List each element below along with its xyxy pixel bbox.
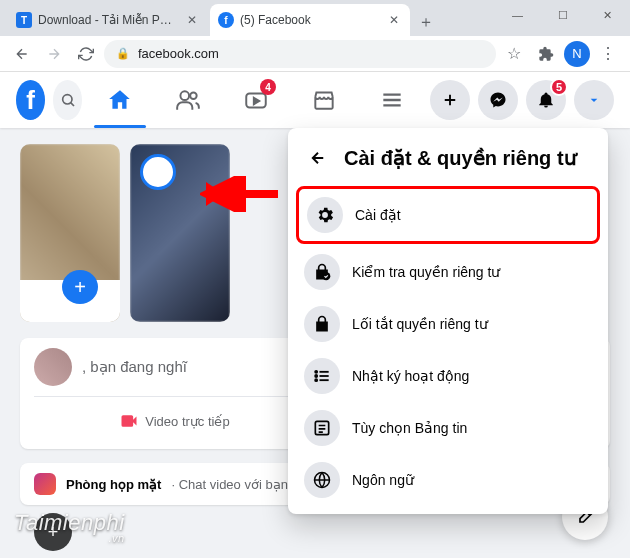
instruction-arrow — [200, 176, 280, 212]
dropdown-label-3: Nhật ký hoạt động — [352, 368, 469, 384]
feed-icon — [304, 410, 340, 446]
browser-menu-icon[interactable]: ⋮ — [594, 40, 622, 68]
globe-icon — [304, 462, 340, 498]
fb-messenger-button[interactable] — [478, 80, 518, 120]
rooms-subtitle: · Chat video với bạn bè — [171, 477, 306, 492]
rooms-title: Phòng họp mặt — [66, 477, 161, 492]
dropdown-label-4: Tùy chọn Bảng tin — [352, 420, 467, 436]
fb-notifications-button[interactable]: 5 — [526, 80, 566, 120]
tab-favicon-1: f — [218, 12, 234, 28]
dropdown-label-1: Kiểm tra quyền riêng tư — [352, 264, 500, 280]
composer-live-video[interactable]: Video trực tiếp — [34, 403, 315, 439]
svg-point-1 — [180, 91, 189, 100]
fb-top-nav: f 4 5 — [0, 72, 630, 128]
live-video-label: Video trực tiếp — [145, 414, 229, 429]
story-item-1[interactable] — [130, 144, 230, 322]
lock-icon: 🔒 — [116, 47, 130, 60]
plus-icon: + — [62, 270, 98, 304]
tab-title-1: (5) Facebook — [240, 13, 380, 27]
list-icon — [304, 358, 340, 394]
window-maximize[interactable]: ☐ — [540, 0, 585, 30]
story-create[interactable]: + — [20, 144, 120, 322]
dropdown-label-0: Cài đặt — [355, 207, 401, 223]
composer-prompt[interactable]: , bạn đang nghĩ — [82, 358, 187, 376]
lock-check-icon — [304, 254, 340, 290]
tab-favicon-0: T — [16, 12, 32, 28]
rooms-camera-icon — [34, 473, 56, 495]
nav-back-button[interactable] — [8, 40, 36, 68]
window-close[interactable]: ✕ — [585, 0, 630, 30]
story-avatar — [140, 154, 176, 190]
browser-tab-0[interactable]: T Download - Tải Miễn Phí VN - Ph ✕ — [8, 4, 208, 36]
svg-point-7 — [315, 379, 317, 381]
tab-close-0[interactable]: ✕ — [184, 12, 200, 28]
svg-point-2 — [190, 92, 197, 99]
svg-point-0 — [62, 95, 71, 104]
dropdown-label-5: Ngôn ngữ — [352, 472, 414, 488]
fb-right-controls: 5 — [430, 80, 614, 120]
dropdown-back-button[interactable] — [302, 142, 334, 174]
fb-account-dropdown-button[interactable] — [574, 80, 614, 120]
dropdown-item-privacy-checkup[interactable]: Kiểm tra quyền riêng tư — [296, 246, 600, 298]
window-controls: — ☐ ✕ — [495, 0, 630, 30]
fb-center-tabs: 4 — [90, 75, 422, 125]
browser-address-bar: 🔒 facebook.com ☆ N ⋮ — [0, 36, 630, 72]
browser-titlebar: T Download - Tải Miễn Phí VN - Ph ✕ f (5… — [0, 0, 630, 36]
dropdown-item-settings[interactable]: Cài đặt — [296, 186, 600, 244]
svg-point-5 — [315, 371, 317, 373]
bookmark-star-icon[interactable]: ☆ — [500, 40, 528, 68]
dropdown-item-language[interactable]: Ngôn ngữ — [296, 454, 600, 506]
fb-search-button[interactable] — [53, 80, 82, 120]
fb-tab-friends[interactable] — [158, 75, 218, 125]
extensions-icon[interactable] — [532, 40, 560, 68]
new-tab-button[interactable]: ＋ — [412, 8, 440, 36]
dropdown-label-2: Lối tắt quyền riêng tư — [352, 316, 488, 332]
gear-icon — [307, 197, 343, 233]
settings-privacy-dropdown: Cài đặt & quyền riêng tư Cài đặt Kiểm tr… — [288, 128, 608, 514]
tab-close-1[interactable]: ✕ — [386, 12, 402, 28]
fb-tab-watch[interactable]: 4 — [226, 75, 286, 125]
svg-point-6 — [315, 375, 317, 377]
video-camera-icon — [119, 411, 139, 431]
dropdown-item-newsfeed-prefs[interactable]: Tùy chọn Bảng tin — [296, 402, 600, 454]
tab-title-0: Download - Tải Miễn Phí VN - Ph — [38, 13, 178, 27]
notif-badge: 5 — [550, 78, 568, 96]
composer-avatar[interactable] — [34, 348, 72, 386]
browser-profile-avatar[interactable]: N — [564, 41, 590, 67]
fb-tab-marketplace[interactable] — [294, 75, 354, 125]
lock-icon — [304, 306, 340, 342]
url-text: facebook.com — [138, 46, 219, 61]
dropdown-item-activity-log[interactable]: Nhật ký hoạt động — [296, 350, 600, 402]
watch-badge: 4 — [260, 79, 276, 95]
fb-logo[interactable]: f — [16, 80, 45, 120]
url-input[interactable]: 🔒 facebook.com — [104, 40, 496, 68]
room-add-button[interactable]: + — [34, 513, 72, 551]
browser-tab-1[interactable]: f (5) Facebook ✕ — [210, 4, 410, 36]
nav-forward-button[interactable] — [40, 40, 68, 68]
dropdown-item-privacy-shortcuts[interactable]: Lối tắt quyền riêng tư — [296, 298, 600, 350]
dropdown-title: Cài đặt & quyền riêng tư — [344, 146, 577, 170]
nav-reload-button[interactable] — [72, 40, 100, 68]
fb-create-button[interactable] — [430, 80, 470, 120]
fb-tab-home[interactable] — [90, 75, 150, 125]
window-minimize[interactable]: — — [495, 0, 540, 30]
fb-tab-menu[interactable] — [362, 75, 422, 125]
